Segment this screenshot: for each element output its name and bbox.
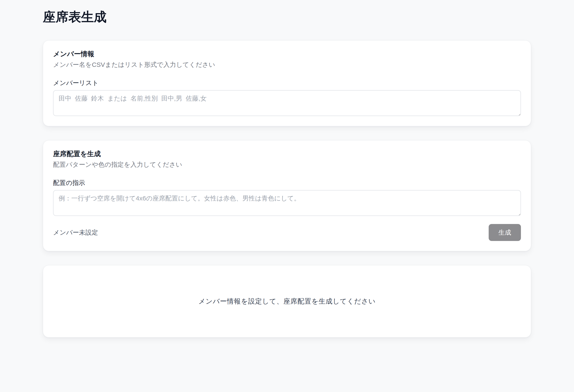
member-info-card: メンバー情報 メンバー名をCSVまたはリスト形式で入力してください メンバーリス… [43, 40, 531, 126]
member-status-text: メンバー未設定 [53, 228, 98, 237]
layout-card-title: 座席配置を生成 [53, 150, 521, 157]
layout-generation-card: 座席配置を生成 配置パターンや色の指定を入力してください 配置の指示 メンバー未… [43, 140, 531, 251]
member-card-title: メンバー情報 [53, 51, 521, 57]
generate-button[interactable]: 生成 [489, 224, 521, 241]
member-list-textarea[interactable] [53, 90, 521, 116]
page-title: 座席表生成 [43, 9, 531, 25]
member-card-description: メンバー名をCSVまたはリスト形式で入力してください [53, 61, 521, 68]
layout-instruction-textarea[interactable] [53, 190, 521, 216]
page: 座席表生成 メンバー情報 メンバー名をCSVまたはリスト形式で入力してください … [43, 0, 531, 337]
layout-card-description: 配置パターンや色の指定を入力してください [53, 161, 521, 168]
result-card: メンバー情報を設定して、座席配置を生成してください [43, 265, 531, 337]
layout-card-footer: メンバー未設定 生成 [53, 224, 521, 241]
empty-state-message: メンバー情報を設定して、座席配置を生成してください [199, 297, 376, 306]
member-list-label: メンバーリスト [53, 79, 521, 87]
layout-instruction-label: 配置の指示 [53, 179, 521, 187]
